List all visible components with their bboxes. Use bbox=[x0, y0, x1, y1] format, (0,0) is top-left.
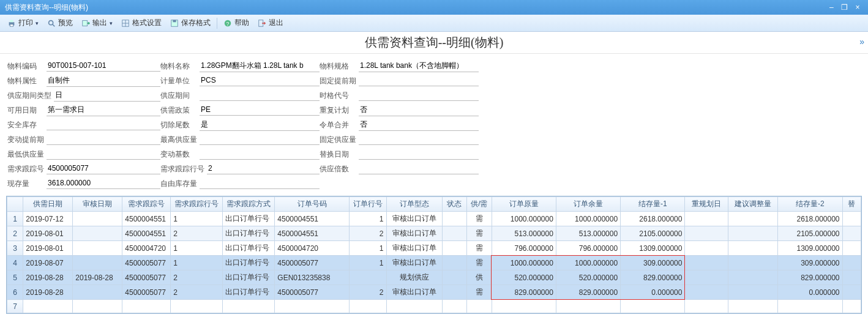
table-cell[interactable] bbox=[842, 226, 861, 241]
table-cell[interactable]: 4500005077 bbox=[122, 256, 171, 270]
form-value[interactable] bbox=[47, 120, 160, 130]
table-cell[interactable] bbox=[685, 241, 728, 256]
table-cell[interactable]: 需 bbox=[467, 212, 492, 226]
table-cell[interactable]: 1 bbox=[171, 241, 223, 256]
table-cell[interactable]: 出口订单行号 bbox=[223, 270, 275, 285]
help-button[interactable]: ? 帮助 bbox=[220, 17, 253, 29]
table-cell[interactable] bbox=[467, 300, 492, 313]
table-cell[interactable] bbox=[73, 285, 122, 300]
column-header[interactable]: 状态 bbox=[442, 197, 466, 212]
table-cell[interactable]: 513.000000 bbox=[556, 226, 620, 241]
table-cell[interactable] bbox=[171, 300, 223, 313]
form-value[interactable]: 第一需求日 bbox=[47, 105, 160, 116]
table-cell[interactable]: 2019-08-28 bbox=[23, 270, 73, 285]
table-cell[interactable]: 需 bbox=[467, 285, 492, 300]
table-cell[interactable]: 1000.000000 bbox=[556, 256, 620, 270]
table-cell[interactable]: 796.000000 bbox=[556, 241, 620, 256]
table-cell[interactable]: 829.000000 bbox=[492, 285, 556, 300]
column-header[interactable]: 订单余量 bbox=[556, 197, 620, 212]
table-cell[interactable]: 4500004720 bbox=[275, 241, 349, 256]
table-cell[interactable]: 0.000000 bbox=[778, 285, 842, 300]
table-cell[interactable]: 需 bbox=[467, 241, 492, 256]
table-cell[interactable]: 4500004720 bbox=[122, 241, 171, 256]
table-row[interactable]: 12019-07-1245000045511出口订单行号45000045511审… bbox=[7, 212, 861, 226]
table-cell[interactable] bbox=[728, 212, 778, 226]
column-header[interactable]: 需求跟踪行号 bbox=[171, 197, 223, 212]
table-cell[interactable] bbox=[23, 300, 73, 313]
table-cell[interactable]: 1 bbox=[349, 241, 386, 256]
form-value[interactable]: 3618.000000 bbox=[47, 179, 160, 189]
table-cell[interactable] bbox=[275, 300, 349, 313]
form-value[interactable] bbox=[200, 149, 320, 160]
form-value[interactable]: 90T0015-007-101 bbox=[47, 61, 160, 72]
table-cell[interactable] bbox=[73, 226, 122, 241]
table-cell[interactable] bbox=[122, 300, 171, 313]
row-number[interactable]: 1 bbox=[7, 212, 23, 226]
column-header[interactable]: 订单型态 bbox=[386, 197, 442, 212]
table-cell[interactable]: 4500005077 bbox=[122, 270, 171, 285]
column-header[interactable]: 订单行号 bbox=[349, 197, 386, 212]
table-cell[interactable]: 796.000000 bbox=[492, 241, 556, 256]
table-cell[interactable]: 829.000000 bbox=[556, 285, 620, 300]
table-cell[interactable] bbox=[349, 300, 386, 313]
form-value[interactable]: 4500005077 bbox=[47, 164, 160, 174]
table-cell[interactable] bbox=[685, 226, 728, 241]
table-cell[interactable] bbox=[778, 300, 842, 313]
data-grid[interactable]: 供需日期审核日期需求跟踪号需求跟踪行号需求跟踪方式订单号码订单行号订单型态状态供… bbox=[7, 196, 861, 313]
row-number[interactable]: 4 bbox=[7, 256, 23, 270]
table-cell[interactable]: 需 bbox=[467, 226, 492, 241]
table-cell[interactable]: 1 bbox=[349, 256, 386, 270]
form-value[interactable] bbox=[47, 149, 160, 160]
table-cell[interactable] bbox=[442, 212, 466, 226]
table-row[interactable]: 42019-08-0745000050771出口订单行号45000050771审… bbox=[7, 256, 861, 270]
column-header[interactable]: 结存量-1 bbox=[621, 197, 685, 212]
form-value[interactable]: 2 bbox=[207, 164, 320, 174]
table-cell[interactable]: 4500005077 bbox=[275, 285, 349, 300]
table-row[interactable]: 52019-08-282019-08-2845000050772出口订单行号GE… bbox=[7, 270, 861, 285]
table-row[interactable]: 32019-08-0145000047201出口订单行号45000047201审… bbox=[7, 241, 861, 256]
table-cell[interactable]: 2019-08-28 bbox=[23, 285, 73, 300]
table-cell[interactable]: 审核出口订单 bbox=[386, 226, 442, 241]
table-cell[interactable]: 829.000000 bbox=[621, 270, 685, 285]
form-value[interactable]: 自制件 bbox=[47, 75, 160, 87]
table-cell[interactable]: 出口订单行号 bbox=[223, 285, 275, 300]
row-number[interactable]: 6 bbox=[7, 285, 23, 300]
column-header[interactable]: 供需日期 bbox=[23, 197, 73, 212]
table-cell[interactable] bbox=[73, 300, 122, 313]
table-cell[interactable] bbox=[842, 300, 861, 313]
table-row[interactable]: 22019-08-0145000045512出口订单行号45000045512审… bbox=[7, 226, 861, 241]
table-cell[interactable]: 0.000000 bbox=[621, 285, 685, 300]
table-cell[interactable] bbox=[685, 212, 728, 226]
column-header[interactable]: 建议调整量 bbox=[728, 197, 778, 212]
table-cell[interactable]: 审核出口订单 bbox=[386, 256, 442, 270]
table-cell[interactable] bbox=[442, 285, 466, 300]
table-cell[interactable] bbox=[842, 212, 861, 226]
table-cell[interactable] bbox=[685, 285, 728, 300]
table-cell[interactable]: 审核出口订单 bbox=[386, 241, 442, 256]
table-cell[interactable]: 2618.000000 bbox=[621, 212, 685, 226]
table-cell[interactable]: 1 bbox=[171, 256, 223, 270]
form-value[interactable]: 日 bbox=[54, 90, 160, 102]
form-value[interactable] bbox=[200, 179, 320, 189]
table-cell[interactable] bbox=[621, 300, 685, 313]
table-cell[interactable]: 出口订单行号 bbox=[223, 241, 275, 256]
maximize-button[interactable]: ❐ bbox=[839, 0, 850, 15]
table-cell[interactable]: 4500004551 bbox=[122, 226, 171, 241]
table-cell[interactable]: 出口订单行号 bbox=[223, 212, 275, 226]
table-cell[interactable]: 审核出口订单 bbox=[386, 285, 442, 300]
table-cell[interactable]: 2 bbox=[171, 226, 223, 241]
table-cell[interactable]: 309.000000 bbox=[778, 256, 842, 270]
table-cell[interactable]: 2019-07-12 bbox=[23, 212, 73, 226]
table-cell[interactable]: 1000.000000 bbox=[556, 212, 620, 226]
table-cell[interactable]: 520.000000 bbox=[492, 270, 556, 285]
column-header[interactable]: 供/需 bbox=[467, 197, 492, 212]
table-cell[interactable] bbox=[728, 285, 778, 300]
table-cell[interactable]: 2 bbox=[349, 226, 386, 241]
table-cell[interactable] bbox=[728, 270, 778, 285]
column-header[interactable]: 需求跟踪号 bbox=[122, 197, 171, 212]
expand-icon[interactable]: » bbox=[859, 37, 864, 47]
print-button[interactable]: 打印 ▾ bbox=[4, 17, 42, 29]
form-value[interactable]: PCS bbox=[200, 76, 320, 86]
table-cell[interactable]: 2019-08-28 bbox=[73, 270, 122, 285]
table-cell[interactable] bbox=[728, 226, 778, 241]
